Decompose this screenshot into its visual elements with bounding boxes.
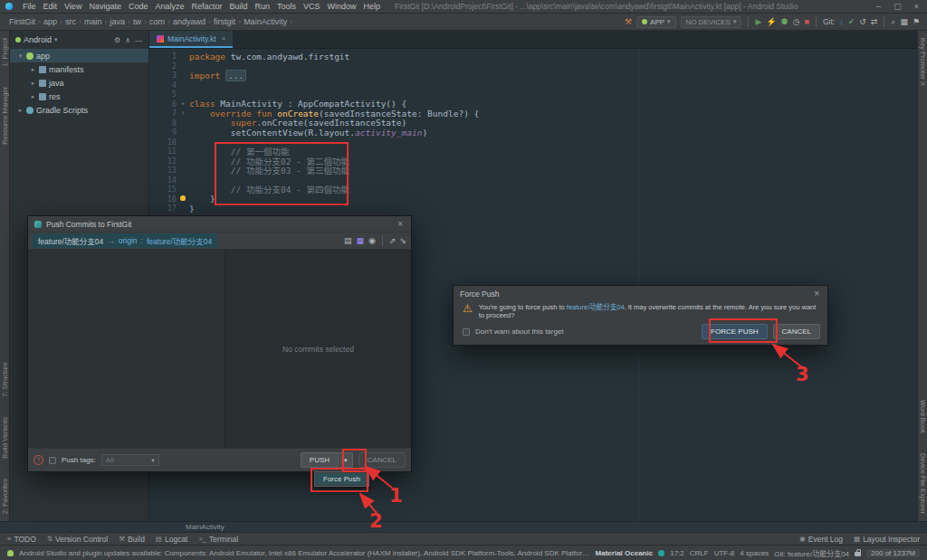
menu-vcs[interactable]: VCS xyxy=(300,2,324,11)
toolwindow-button-device-file-explorer[interactable]: Device File Explorer xyxy=(919,453,927,514)
code-line[interactable]: 8 super.onCreate(savedInstanceState) xyxy=(149,119,917,128)
menu-navigate[interactable]: Navigate xyxy=(85,2,125,11)
branch-link[interactable]: feature/功能分支04 xyxy=(567,303,625,311)
breadcrumb-mainactivity[interactable]: MainActivity xyxy=(242,17,289,26)
code-line[interactable]: 5 xyxy=(149,90,917,100)
push-tags-dropdown[interactable]: All ▾ xyxy=(101,454,159,466)
menu-run[interactable]: Run xyxy=(252,2,274,11)
run-button[interactable]: ▶ xyxy=(755,18,761,26)
cancel-button[interactable]: CANCEL xyxy=(358,452,406,468)
update-project-button[interactable]: ↓ xyxy=(839,18,844,26)
toolwindow-event-log[interactable]: ◉Event Log xyxy=(799,535,843,544)
tab-mainactivity[interactable]: MainActivity.kt × xyxy=(149,31,233,48)
code-line[interactable]: 6▾class MainActivity : AppCompatActivity… xyxy=(149,100,917,109)
toolwindow-todo[interactable]: ≡TODO xyxy=(7,535,36,544)
change-view-icon[interactable]: ▦ xyxy=(357,237,365,245)
commit-button[interactable]: ✔ xyxy=(848,18,855,26)
toolwindow-layout-inspector[interactable]: ▦Layout Inspector xyxy=(854,535,920,544)
breadcrumb-src[interactable]: src xyxy=(63,17,78,26)
maximize-button[interactable]: ▢ xyxy=(889,2,906,11)
build-hammer-icon[interactable]: ⚒ xyxy=(625,18,632,26)
toolwindow-button-2-favorites[interactable]: 2: Favorites xyxy=(1,479,9,514)
lock-icon[interactable] xyxy=(855,552,861,556)
tree-item-java[interactable]: ▸java xyxy=(10,76,148,90)
breadcrumb-firstgit[interactable]: FirstGit xyxy=(7,17,37,26)
close-tab-icon[interactable]: × xyxy=(222,34,226,43)
toolwindow-button-word-book[interactable]: Word Book xyxy=(919,400,927,433)
code-line[interactable]: 17} xyxy=(149,204,917,214)
preview-diff-icon[interactable]: ◉ xyxy=(368,237,376,245)
code-line[interactable]: 3import ... xyxy=(149,71,917,81)
toolwindow-button-key-promoter-x[interactable]: Key Promoter X xyxy=(919,38,927,86)
menu-analyze[interactable]: Analyze xyxy=(151,2,187,11)
menu-code[interactable]: Code xyxy=(125,2,152,11)
tree-item-gradle-scripts[interactable]: ▸Gradle Scripts xyxy=(10,103,148,117)
close-button[interactable]: × xyxy=(908,2,925,11)
close-icon[interactable]: × xyxy=(812,289,821,299)
toolwindow-button-resource-manager[interactable]: Resource Manager xyxy=(1,87,9,145)
settings-icon[interactable]: ⚙ xyxy=(113,36,121,44)
toolwindow-build[interactable]: ⚒Build xyxy=(119,535,145,544)
rollback-button[interactable]: ↺ xyxy=(859,18,866,26)
line-separator-indicator[interactable]: CRLF xyxy=(690,549,709,557)
toolwindow-button-7-structure[interactable]: 7: Structure xyxy=(1,362,9,397)
menu-build[interactable]: Build xyxy=(225,2,251,11)
project-view-selector[interactable]: Android xyxy=(24,35,52,44)
notifications-icon[interactable]: ⚑ xyxy=(913,18,920,26)
show-diff-button[interactable]: ⇄ xyxy=(871,18,878,26)
help-icon[interactable]: ? xyxy=(33,455,43,465)
toolwindow-button-1-project[interactable]: 1: Project xyxy=(1,38,9,67)
search-everywhere-icon[interactable]: ⌕ xyxy=(891,18,895,26)
theme-indicator[interactable]: Material Oceanic xyxy=(596,549,654,557)
push-dropdown-arrow[interactable]: ▾ xyxy=(339,452,353,468)
caret-position[interactable]: 17:2 xyxy=(670,549,684,557)
tree-item-res[interactable]: ▸res xyxy=(10,90,148,103)
cancel-button[interactable]: CANCEL xyxy=(773,324,820,339)
code-line[interactable]: 13 // 功能分支03 - 第三個功能 xyxy=(149,166,917,176)
memory-indicator[interactable]: 200 of 1237M xyxy=(866,549,920,557)
code-line[interactable]: 9 setContentView(R.layout.activity_main) xyxy=(149,128,917,138)
push-tags-checkbox[interactable] xyxy=(49,457,56,464)
indent-indicator[interactable]: 4 spaces xyxy=(740,549,769,557)
hide-panel-icon[interactable]: — xyxy=(134,36,143,44)
profile-button[interactable]: ◷ xyxy=(793,18,800,26)
toolwindow-button-build-variants[interactable]: Build Variants xyxy=(1,417,9,459)
stop-button[interactable]: ■ xyxy=(805,18,809,26)
code-line[interactable]: 2 xyxy=(149,62,917,71)
device-selector[interactable]: NO DEVICES ▾ xyxy=(681,16,742,28)
tree-item-manifests[interactable]: ▸manifests xyxy=(10,62,148,76)
run-config-selector[interactable]: APP ▾ xyxy=(636,16,676,28)
close-icon[interactable]: × xyxy=(396,219,405,229)
menu-file[interactable]: File xyxy=(19,2,40,11)
code-line[interactable]: 1package tw.com.andyawd.firstgit xyxy=(149,52,917,62)
breadcrumb-tw[interactable]: tw xyxy=(131,17,143,26)
menu-help[interactable]: Help xyxy=(360,2,385,11)
breadcrumb-andyawd[interactable]: andyawd xyxy=(171,17,207,26)
apply-changes-button[interactable]: ⚡ xyxy=(766,18,776,26)
remote-name-link[interactable]: origin xyxy=(119,236,138,245)
toolwindow-version-control[interactable]: ⇅Version Control xyxy=(47,535,108,544)
material-theme-icon[interactable] xyxy=(658,550,664,556)
git-branch-indicator[interactable]: Git: feature/功能分支04 xyxy=(774,548,849,558)
menu-refactor[interactable]: Refactor xyxy=(187,2,225,11)
force-push-menu-item[interactable]: Force Push xyxy=(316,473,368,485)
tree-item-app[interactable]: ▾app xyxy=(10,49,148,62)
toolwindow-terminal[interactable]: >_Terminal xyxy=(198,535,238,544)
minimize-button[interactable]: – xyxy=(870,2,887,11)
force-push-button[interactable]: FORCE PUSH xyxy=(702,324,767,339)
breadcrumb-java[interactable]: java xyxy=(109,17,128,26)
push-branch-row[interactable]: feature/功能分支04 → origin : feature/功能分支04 xyxy=(33,233,217,248)
menu-view[interactable]: View xyxy=(61,2,85,11)
push-button[interactable]: PUSH xyxy=(301,452,339,468)
debug-button[interactable]: ⚉ xyxy=(781,18,788,26)
menu-edit[interactable]: Edit xyxy=(40,2,62,11)
menu-window[interactable]: Window xyxy=(324,2,360,11)
breadcrumb-main[interactable]: main xyxy=(82,17,104,26)
collapse-icon[interactable]: ⇘ xyxy=(399,237,406,245)
toolwindow-logcat[interactable]: ▤Logcat xyxy=(156,535,188,544)
breadcrumb-app[interactable]: app xyxy=(42,17,59,26)
breadcrumb-firstgit[interactable]: firstgit xyxy=(212,17,237,26)
dont-warn-checkbox[interactable] xyxy=(463,328,470,336)
code-line[interactable]: 15 // 功能分支04 - 第四個功能 xyxy=(149,185,917,195)
collapse-all-icon[interactable]: ∧ xyxy=(124,36,131,44)
